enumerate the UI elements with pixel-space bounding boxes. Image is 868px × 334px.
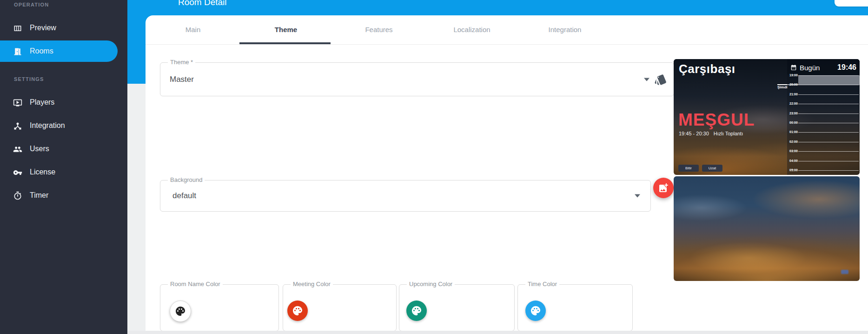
watermark bbox=[841, 270, 848, 274]
preview-end-button: Bitir bbox=[678, 165, 699, 172]
palette-icon bbox=[175, 306, 186, 317]
timeline-hour-label: 21:00 bbox=[789, 93, 798, 96]
timeline-hour-label: 03:00 bbox=[789, 149, 798, 153]
group-icon bbox=[13, 145, 22, 154]
style-icon[interactable] bbox=[654, 73, 667, 86]
timeline-hour-label: 02:00 bbox=[789, 140, 798, 143]
timeline-hour-label: 22:00 bbox=[789, 102, 798, 105]
timeline-hour-row: 05:00 bbox=[787, 170, 860, 175]
timeline-hour-row: 03:00 bbox=[787, 151, 860, 161]
timeline-gridline bbox=[798, 132, 859, 133]
timer-icon bbox=[13, 191, 22, 200]
timeline-hour-row: 19:00 bbox=[787, 75, 860, 85]
room-name-color-label: Room Name Color bbox=[168, 281, 223, 287]
sidebar-item-license[interactable]: License bbox=[0, 161, 127, 184]
timeline-header: Bugün 19:46 bbox=[787, 59, 860, 74]
tab-integration[interactable]: Integration bbox=[518, 15, 611, 44]
timeline-gridline bbox=[798, 85, 859, 85]
timeline-gridline bbox=[798, 142, 859, 142]
timeline-hour-row: 20:00 bbox=[787, 85, 860, 94]
timeline-gridline bbox=[798, 151, 859, 152]
sidebar-item-integration[interactable]: Integration bbox=[0, 115, 127, 137]
timeline-hour-label: 20:00 bbox=[789, 83, 798, 86]
preview-meeting-name: Hızlı Toplantı bbox=[714, 131, 743, 136]
chevron-down-icon bbox=[635, 194, 640, 198]
add-photo-icon bbox=[658, 182, 669, 194]
tab-main[interactable]: Main bbox=[146, 15, 239, 44]
meeting-room-icon bbox=[13, 47, 22, 56]
sidebar-item-label: License bbox=[30, 168, 55, 176]
sidebar-item-label: Integration bbox=[30, 121, 65, 130]
header-action-button[interactable] bbox=[835, 0, 868, 7]
sidebar: OPERATION Preview Rooms SETTINGS Players… bbox=[0, 0, 127, 334]
timeline-gridline bbox=[798, 161, 859, 161]
room-display-preview: Çarşıbaşı MEŞGUL 19:45 - 20:30Hızlı Topl… bbox=[674, 59, 860, 175]
timeline-gridline bbox=[798, 123, 859, 123]
palette-icon bbox=[411, 305, 422, 316]
timeline-panel: Bugün 19:46 19:0020:0021:0022:0023:0000:… bbox=[787, 59, 860, 175]
sidebar-section-operation: OPERATION bbox=[14, 2, 49, 7]
chevron-down-icon bbox=[644, 78, 649, 81]
theme-select-label: Theme * bbox=[168, 59, 195, 66]
active-tab-indicator bbox=[239, 42, 331, 44]
sidebar-item-label: Preview bbox=[30, 24, 56, 32]
meeting-color-picker[interactable] bbox=[287, 301, 308, 321]
timeline-hour-row: 21:00 bbox=[787, 94, 860, 104]
timeline-hour-row: 00:00 bbox=[787, 123, 860, 133]
time-color-picker[interactable] bbox=[525, 301, 546, 321]
sidebar-item-timer[interactable]: Timer bbox=[0, 185, 127, 207]
timeline-hour-row: 23:00 bbox=[787, 114, 860, 123]
preview-meeting-info: 19:45 - 20:30Hızlı Toplantı bbox=[679, 131, 743, 136]
timeline-hour-label: 23:00 bbox=[789, 112, 798, 115]
preview-buttons: Bitir Uzat bbox=[678, 165, 722, 172]
calendar-icon bbox=[790, 64, 797, 71]
timeline-hour-label: 04:00 bbox=[789, 159, 798, 162]
page-title: Room Detail bbox=[178, 0, 227, 7]
background-select-label: Background bbox=[168, 176, 205, 183]
tab-localization[interactable]: Localization bbox=[425, 15, 518, 44]
tab-bar: Main Theme Features Localization Integra… bbox=[146, 15, 868, 45]
preview-extend-button: Uzat bbox=[702, 165, 722, 172]
sidebar-section-settings: SETTINGS bbox=[14, 76, 44, 82]
time-color-label: Time Color bbox=[525, 281, 559, 287]
key-icon bbox=[13, 168, 22, 177]
sidebar-item-rooms[interactable]: Rooms bbox=[0, 40, 118, 62]
sidebar-item-players[interactable]: Players bbox=[0, 92, 127, 114]
meeting-color-label: Meeting Color bbox=[291, 281, 333, 287]
sidebar-item-users[interactable]: Users bbox=[0, 138, 127, 160]
sidebar-item-label: Players bbox=[30, 98, 54, 107]
room-detail-card: Main Theme Features Localization Integra… bbox=[146, 15, 868, 331]
palette-icon bbox=[530, 305, 541, 316]
timeline-hour-label: 19:00 bbox=[789, 73, 798, 77]
timeline-hour-label: 05:00 bbox=[789, 168, 798, 172]
palette-icon bbox=[292, 305, 303, 316]
timeline-hour-label: 01:00 bbox=[789, 130, 798, 134]
room-name-color-picker[interactable] bbox=[170, 301, 191, 322]
background-select[interactable]: Background default bbox=[160, 180, 651, 212]
upcoming-color-picker[interactable] bbox=[406, 301, 427, 321]
page-background-strip bbox=[127, 331, 868, 334]
timeline-clock: 19:46 bbox=[837, 63, 856, 72]
theme-select[interactable]: Theme * Master bbox=[160, 62, 674, 96]
timeline-gridline bbox=[798, 94, 859, 95]
tab-theme[interactable]: Theme bbox=[239, 15, 332, 44]
now-marker-label: Şimdi bbox=[777, 85, 788, 89]
timeline-gridline bbox=[798, 170, 859, 171]
add-background-button[interactable] bbox=[653, 178, 674, 198]
sidebar-item-label: Users bbox=[30, 145, 49, 153]
device-hub-icon bbox=[13, 121, 22, 131]
upcoming-color-label: Upcoming Color bbox=[407, 281, 455, 287]
background-select-value: default bbox=[172, 191, 196, 200]
timeline-gridline bbox=[798, 104, 859, 104]
preview-meeting-time: 19:45 - 20:30 bbox=[679, 131, 709, 136]
timeline-gridline bbox=[798, 75, 859, 76]
tab-features[interactable]: Features bbox=[332, 15, 425, 44]
preview-status: MEŞGUL bbox=[678, 110, 755, 130]
sidebar-item-label: Timer bbox=[30, 191, 48, 200]
timeline-hour-label: 00:00 bbox=[789, 121, 798, 124]
sidebar-item-label: Rooms bbox=[30, 47, 53, 55]
theme-select-value: Master bbox=[170, 75, 194, 84]
sidebar-item-preview[interactable]: Preview bbox=[0, 17, 127, 40]
timeline-hour-row: 22:00 bbox=[787, 104, 860, 114]
preview-room-name: Çarşıbaşı bbox=[679, 62, 735, 76]
